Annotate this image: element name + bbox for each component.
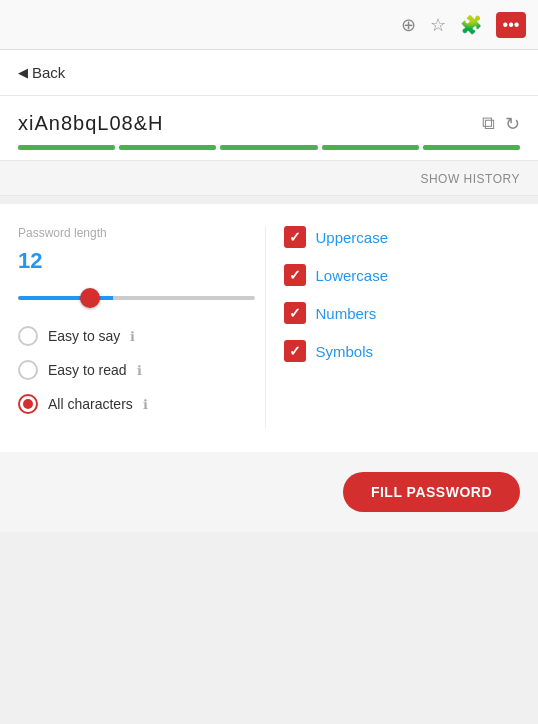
symbols-label: Symbols <box>316 343 374 360</box>
length-slider[interactable] <box>18 296 255 300</box>
fill-button-area: FILL PASSWORD <box>0 452 538 532</box>
all-characters-option[interactable]: All characters ℹ <box>18 394 255 414</box>
lowercase-label: Lowercase <box>316 267 389 284</box>
password-action-buttons: ⧉ ↻ <box>482 113 520 135</box>
right-settings: ✓ Uppercase ✓ Lowercase ✓ Numbers ✓ <box>266 226 521 428</box>
uppercase-label: Uppercase <box>316 229 389 246</box>
easy-to-read-label: Easy to read <box>48 362 127 378</box>
easy-to-read-info-icon[interactable]: ℹ <box>137 363 142 378</box>
symbols-checkmark: ✓ <box>289 343 301 359</box>
easy-to-read-option[interactable]: Easy to read ℹ <box>18 360 255 380</box>
fill-password-button[interactable]: FILL PASSWORD <box>343 472 520 512</box>
add-tab-icon[interactable]: ⊕ <box>401 14 416 36</box>
easy-to-say-radio[interactable] <box>18 326 38 346</box>
password-value: xiAn8bqL08&H <box>18 112 163 135</box>
browser-toolbar: ⊕ ☆ 🧩 ••• <box>0 0 538 50</box>
strength-segment-4 <box>322 145 419 150</box>
lowercase-checkmark: ✓ <box>289 267 301 283</box>
back-label: Back <box>32 64 65 81</box>
left-settings: Password length 12 Easy to say ℹ Easy to… <box>18 226 266 428</box>
strength-segment-3 <box>220 145 317 150</box>
uppercase-checkmark: ✓ <box>289 229 301 245</box>
show-history-button[interactable]: SHOW HISTORY <box>420 172 520 186</box>
copy-icon[interactable]: ⧉ <box>482 113 495 134</box>
numbers-label: Numbers <box>316 305 377 322</box>
lowercase-checkbox[interactable]: ✓ <box>284 264 306 286</box>
uppercase-checkbox[interactable]: ✓ <box>284 226 306 248</box>
back-arrow-icon: ◀ <box>18 65 28 80</box>
lowercase-option[interactable]: ✓ Lowercase <box>284 264 521 286</box>
back-navigation[interactable]: ◀ Back <box>0 50 538 96</box>
length-label: Password length <box>18 226 255 240</box>
strength-bar <box>18 145 520 150</box>
strength-segment-5 <box>423 145 520 150</box>
all-characters-radio[interactable] <box>18 394 38 414</box>
slider-container[interactable] <box>18 286 255 304</box>
easy-to-say-info-icon[interactable]: ℹ <box>130 329 135 344</box>
symbols-option[interactable]: ✓ Symbols <box>284 340 521 362</box>
strength-segment-2 <box>119 145 216 150</box>
history-row: SHOW HISTORY <box>0 161 538 196</box>
strength-segment-1 <box>18 145 115 150</box>
symbols-checkbox[interactable]: ✓ <box>284 340 306 362</box>
password-display-area: xiAn8bqL08&H ⧉ ↻ <box>0 96 538 161</box>
bottom-spacer <box>0 532 538 612</box>
uppercase-option[interactable]: ✓ Uppercase <box>284 226 521 248</box>
extension-icon[interactable]: 🧩 <box>460 14 482 36</box>
bookmark-icon[interactable]: ☆ <box>430 14 446 36</box>
easy-to-say-label: Easy to say <box>48 328 120 344</box>
length-value: 12 <box>18 248 255 274</box>
all-characters-info-icon[interactable]: ℹ <box>143 397 148 412</box>
menu-icon[interactable]: ••• <box>496 12 526 38</box>
easy-to-read-radio[interactable] <box>18 360 38 380</box>
numbers-checkmark: ✓ <box>289 305 301 321</box>
numbers-option[interactable]: ✓ Numbers <box>284 302 521 324</box>
refresh-icon[interactable]: ↻ <box>505 113 520 135</box>
settings-panel: Password length 12 Easy to say ℹ Easy to… <box>0 204 538 452</box>
easy-to-say-option[interactable]: Easy to say ℹ <box>18 326 255 346</box>
numbers-checkbox[interactable]: ✓ <box>284 302 306 324</box>
all-characters-label: All characters <box>48 396 133 412</box>
